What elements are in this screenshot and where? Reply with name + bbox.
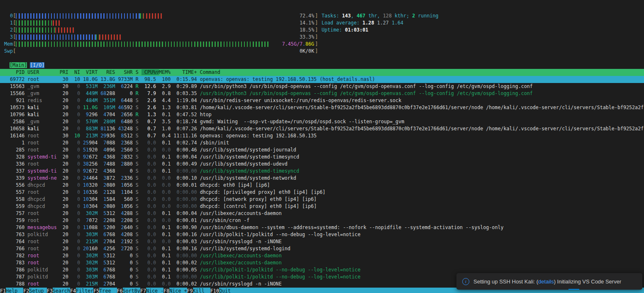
fkey-sortby[interactable]: F6SortBy	[117, 288, 140, 293]
text-span: /home/kali/.vscode-server/cli/servers/St…	[200, 105, 644, 110]
process-row[interactable]: 16146 root 30 10 213M 29936 8512 S 0.7 0…	[0, 132, 644, 139]
process-row[interactable]: 337 systemd-ti 20 0 92672 4368 0 S 0.0 0…	[0, 168, 644, 175]
text-span: 0:00.16	[173, 246, 197, 251]
fkey-help[interactable]: F1Help	[0, 288, 23, 293]
process-row[interactable]: 763 polkitd 20 0 303M 6768 4208 S 0.0 0.…	[0, 231, 644, 238]
text-span: 6	[100, 267, 106, 273]
text-span	[115, 267, 118, 273]
process-row[interactable]: 783 root 20 0 302M 5312 0 S 0.0 0.1 0:00…	[0, 259, 644, 266]
process-row[interactable]: 2586 _gvm 20 0 570M 280M 6480 S 0.7 3.5 …	[0, 118, 644, 125]
text-span	[57, 210, 60, 216]
text-span: 2	[100, 281, 106, 287]
meter-value: 0K/0K	[300, 48, 314, 55]
text-span	[197, 126, 200, 132]
process-row[interactable]: 10573 kali 20 0 11.0G 105M 46592 S 2.6 1…	[0, 104, 644, 111]
process-row[interactable]: 15563 _gvm 20 0 531M 236M 6224 R 12.6 2.…	[0, 83, 644, 90]
process-row[interactable]: 69772 root 30 10 18.0G 13.8G 9733M R 98.…	[0, 76, 644, 83]
fkey-quit[interactable]: F10Quit	[210, 288, 237, 293]
text-span	[57, 217, 60, 223]
text-span	[139, 90, 141, 96]
fkey-search[interactable]: F3Search	[47, 288, 70, 293]
text-span: 4	[100, 246, 106, 251]
process-row[interactable]: 557 root 20 0 10336 2128 1104 S 0.0 0.0 …	[0, 189, 644, 196]
process-row[interactable]: 15566 _gvm 20 0 449M 68288 0 R 7.9 0.8 0…	[0, 90, 644, 97]
fkey-number: F8	[163, 288, 169, 293]
text-span: polkitd	[27, 274, 56, 280]
text-span: 12.6	[141, 83, 156, 89]
text-span: /usr/libexec/accounts-daemon	[200, 210, 282, 216]
process-row[interactable]: 757 root 20 0 302M 5312 4288 S 0.0 0.1 0…	[0, 210, 644, 217]
process-row[interactable]: 559 dhcpcd 20 0 10304 2080 1056 S 0.0 0.…	[0, 203, 644, 210]
process-row[interactable]: 339 systemd-ne 20 0 24464 3872 2336 S 0.…	[0, 175, 644, 182]
table-header[interactable]: PID USER PRI NI VIRT RES SHR S CPU%▽MEM%…	[0, 69, 644, 76]
fkey-kill[interactable]: F9Kill	[187, 288, 210, 293]
process-row[interactable]: 10658 kali 20 0 883M 81136 43248 S 0.7 1…	[0, 125, 644, 132]
process-row[interactable]: 556 dhcpcd 20 0 10320 2080 1056 S 0.0 0.…	[0, 182, 644, 189]
text-span: 0.0	[159, 175, 171, 181]
text-span	[68, 76, 71, 82]
text-span	[57, 189, 60, 195]
text-span: S	[136, 105, 139, 110]
text-span: 128	[106, 189, 115, 195]
fkey-nice-[interactable]: F8Nice +	[163, 288, 187, 293]
text-span: S	[136, 217, 139, 223]
process-row[interactable]: 760 messagebus 20 0 11088 5200 2640 S 0.…	[0, 224, 644, 231]
text-span: 368	[106, 168, 115, 174]
process-row[interactable]: 786 polkitd 20 0 303M 6768 0 S 0.0 0.1 0…	[0, 266, 644, 273]
text-span: 208	[124, 232, 133, 237]
fkey-nice-[interactable]: F7Nice -	[140, 288, 163, 293]
text-span	[115, 260, 118, 266]
details-link[interactable]: details	[538, 278, 554, 285]
text-span: 788	[4, 281, 24, 287]
process-row[interactable]: 782 root 20 0 302M 5312 0 S 0.0 0.1 0:00…	[0, 252, 644, 259]
text-span: 215M	[83, 281, 98, 287]
text-span: 782	[4, 253, 24, 259]
tab-main[interactable]: [Main]	[10, 62, 27, 68]
process-row[interactable]: 1 root 20 0 25904 7088 2368 S 0.0 0.1 0:…	[0, 139, 644, 146]
text-span: root	[27, 246, 56, 251]
process-row[interactable]: 285 root 20 0 51920 4096 2560 S 0.0 0.0 …	[0, 146, 644, 154]
fkey-setup[interactable]: F2Setup	[23, 288, 46, 293]
process-row[interactable]: 10796 kali 20 0 9296 4704 2656 R 1.3 0.1…	[0, 111, 644, 118]
meter-open-bracket: [	[13, 41, 16, 48]
text-span	[57, 98, 60, 103]
text-span: 0.8	[159, 90, 171, 96]
text-span: R	[136, 112, 139, 117]
text-span	[139, 189, 141, 195]
text-span	[68, 154, 71, 160]
text-span: 787	[4, 274, 24, 280]
process-row[interactable]: 764 root 20 0 215M 2704 2192 S 0.0 0.0 0…	[0, 238, 644, 245]
text-span	[139, 196, 141, 202]
header-sort-column: CPU%▽	[141, 69, 159, 75]
text-span: 880	[124, 161, 133, 167]
process-row[interactable]: 759 root 20 0 7072 2208 2208 S 0.0 0.0 0…	[0, 217, 644, 224]
text-span	[57, 112, 60, 117]
text-span	[197, 140, 200, 146]
text-span: 0:00.00	[173, 203, 197, 209]
text-span: /usr/bin/dbus-daemon --system --address=…	[200, 225, 504, 230]
process-row[interactable]: 558 dhcpcd 20 0 10304 1584 560 S 0.0 0.0…	[0, 196, 644, 203]
text-span: 1.3	[141, 112, 156, 117]
text-span	[139, 239, 141, 244]
text-span	[68, 98, 71, 103]
text-span: S	[136, 126, 139, 132]
process-row[interactable]: 921 redis 20 0 484M 351M 6448 S 2.6 4.4 …	[0, 97, 644, 104]
text-span: 0	[71, 260, 80, 266]
text-span: 368	[124, 140, 133, 146]
meter-segment	[55, 27, 76, 33]
process-row[interactable]: 336 root 20 0 38256 7488 2880 S 0.0 0.1 …	[0, 161, 644, 168]
text-span: 2	[100, 203, 106, 209]
text-span: 0:29.89	[173, 83, 197, 89]
process-row[interactable]: 328 systemd-ti 20 0 92672 4368 2832 S 0.…	[0, 154, 644, 161]
process-row[interactable]: 766 root 20 0 20160 4256 2720 S 0.0 0.1 …	[0, 245, 644, 252]
meter-segment	[16, 13, 140, 19]
text-span: 20	[60, 267, 68, 273]
text-span: 0.0	[141, 203, 156, 209]
fkey-filter[interactable]: F4Filter	[70, 288, 93, 293]
text-span: systemd-ti	[27, 154, 56, 160]
fkey-tree[interactable]: F5Tree	[93, 288, 117, 293]
text-span: 0.0	[141, 232, 156, 237]
tab-io[interactable]: [I/O]	[30, 62, 44, 68]
text-span: 1	[118, 182, 124, 188]
text-span	[197, 189, 200, 195]
